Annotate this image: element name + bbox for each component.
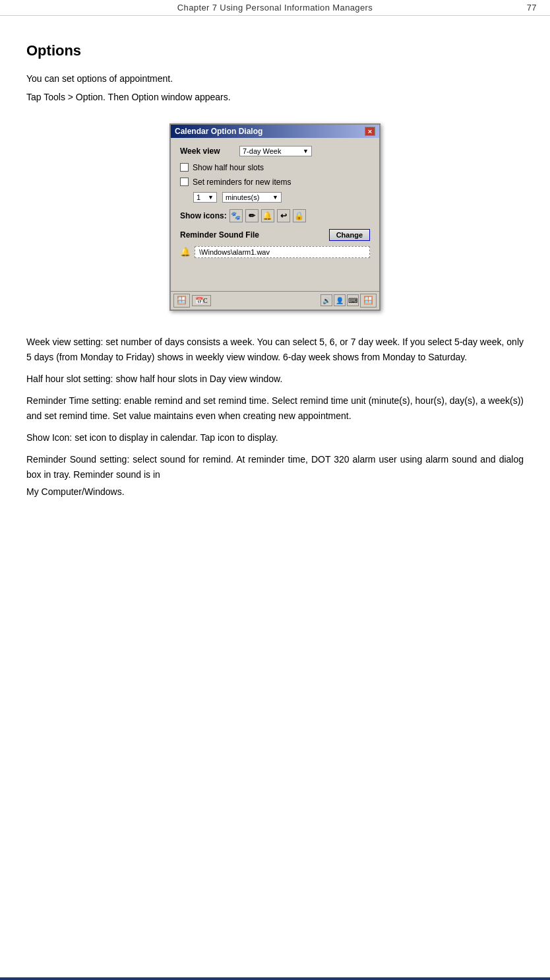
- week-view-row: Week view 7-day Week ▼: [180, 146, 370, 156]
- chevron-down-icon: ▼: [208, 194, 214, 201]
- taskbar-right-area: 🔊 👤 ⌨ 🪟: [321, 294, 377, 308]
- reminder-unit-select[interactable]: minutes(s) ▼: [222, 192, 282, 203]
- dialog-taskbar: 🪟 📅C 🔊 👤 ⌨ 🪟: [171, 291, 379, 310]
- body-para5-line1: Reminder Sound setting: select sound for…: [26, 452, 524, 482]
- week-view-value: 7-day Week: [243, 147, 282, 155]
- intro-line2: Tap Tools > Option. Then Option window a…: [26, 90, 524, 104]
- body-para2: Half hour slot setting: show half hour s…: [26, 372, 524, 387]
- tray-icon4[interactable]: 🪟: [360, 294, 377, 308]
- close-button[interactable]: ×: [365, 127, 375, 136]
- chevron-down-icon: ▼: [272, 194, 278, 201]
- tray-icon3[interactable]: ⌨: [347, 294, 359, 306]
- week-view-label: Week view: [180, 147, 239, 156]
- sound-file-label: Reminder Sound File: [180, 230, 259, 240]
- taskbar-app1[interactable]: 📅C: [192, 295, 211, 306]
- reminder-time-row: 1 ▼ minutes(s) ▼: [180, 192, 370, 203]
- dialog-screenshot: Calendar Option Dialog × Week view 7-day…: [26, 123, 524, 311]
- start-button[interactable]: 🪟: [173, 294, 190, 308]
- body-para3: Reminder Time setting: enable remind and…: [26, 393, 524, 424]
- tray-icon1[interactable]: 🔊: [321, 294, 332, 306]
- half-hour-row: Show half hour slots: [180, 163, 370, 172]
- bottom-bar: [0, 977, 550, 980]
- reminders-checkbox[interactable]: [180, 178, 189, 186]
- intro-line1: You can set options of appointment.: [26, 71, 524, 86]
- reminder-num-select[interactable]: 1 ▼: [193, 192, 217, 203]
- section-title: Options: [26, 42, 524, 59]
- icon-arrow[interactable]: ↩: [277, 209, 290, 222]
- file-path: \Windows\alarm1.wav: [195, 246, 370, 258]
- show-icons-label: Show icons:: [180, 211, 227, 220]
- sound-file-row: Reminder Sound File Change: [180, 229, 370, 241]
- calendar-option-dialog: Calendar Option Dialog × Week view 7-day…: [169, 123, 381, 311]
- dialog-content-area: Week view 7-day Week ▼ Show half hour sl…: [171, 138, 379, 288]
- dialog-title: Calendar Option Dialog: [175, 127, 262, 136]
- body-para1: Week view setting: set number of days co…: [26, 335, 524, 365]
- change-button[interactable]: Change: [329, 229, 370, 241]
- page-content: Options You can set options of appointme…: [0, 16, 550, 533]
- half-hour-label: Show half hour slots: [193, 163, 264, 172]
- icon-alarm[interactable]: 🔔: [261, 209, 274, 222]
- page-header: Chapter 7 Using Personal Information Man…: [0, 0, 550, 16]
- icon-pet[interactable]: 🐾: [229, 209, 243, 222]
- reminder-num: 1: [197, 193, 200, 201]
- half-hour-checkbox[interactable]: [180, 163, 189, 172]
- reminders-row: Set reminders for new items: [180, 178, 370, 187]
- dialog-title-bar: Calendar Option Dialog ×: [171, 125, 379, 138]
- icon-edit[interactable]: ✏: [245, 209, 259, 222]
- file-path-row: 🔔 \Windows\alarm1.wav: [180, 246, 370, 258]
- chapter-title: Chapter 7 Using Personal Information Man…: [177, 3, 373, 13]
- body-para5-line2: My Computer/Windows.: [26, 484, 524, 500]
- reminders-label: Set reminders for new items: [193, 178, 291, 187]
- icon-lock[interactable]: 🔒: [293, 209, 306, 222]
- reminder-unit: minutes(s): [226, 193, 259, 201]
- chevron-down-icon: ▼: [303, 148, 309, 154]
- show-icons-row: Show icons: 🐾 ✏ 🔔 ↩ 🔒: [180, 209, 370, 222]
- week-view-select[interactable]: 7-day Week ▼: [239, 146, 312, 156]
- body-para4: Show Icon: set icon to display in calend…: [26, 430, 524, 445]
- page-number: 77: [527, 3, 537, 13]
- taskbar-left-area: 🪟 📅C: [173, 294, 211, 308]
- tray-icon2[interactable]: 👤: [334, 294, 346, 306]
- bell-icon: 🔔: [180, 247, 191, 257]
